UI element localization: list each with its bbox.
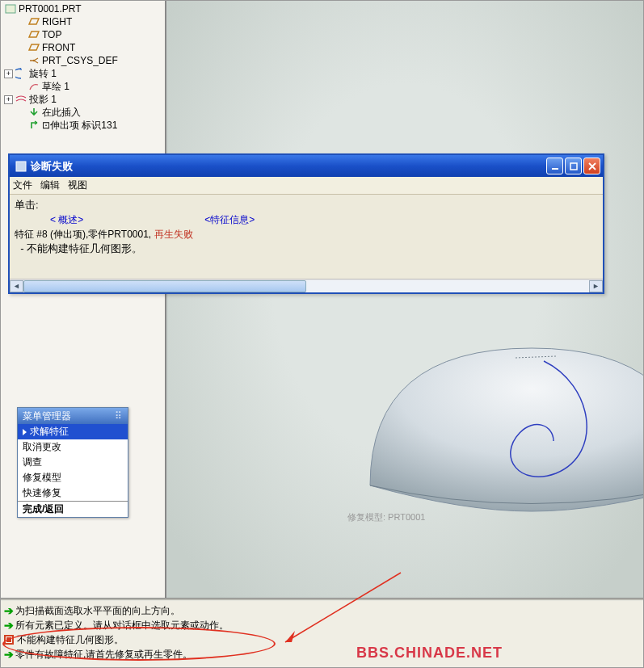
- message-text: 零件有故障特征,请首先修复或再生零件。: [15, 648, 192, 662]
- insert-arrow-icon: [27, 107, 40, 118]
- tree-item-label: 投影 1: [29, 93, 57, 107]
- mm-item-label: 完成/返回: [23, 502, 64, 516]
- svg-rect-0: [6, 5, 15, 13]
- message-text: 为扫描截面选取水平平面的向上方向。: [15, 604, 180, 618]
- info-arrow-icon: ➔: [4, 648, 14, 661]
- tree-item-revolve[interactable]: + 旋转 1: [2, 67, 165, 80]
- 3d-viewport[interactable]: 修复模型: PRT0001: [168, 1, 643, 598]
- dialog-menu-bar: 文件 编辑 视图: [10, 177, 603, 195]
- message-row: ➔所有元素已定义。请从对话框中选取元素或动作。: [4, 618, 640, 632]
- plane-icon: [27, 16, 40, 27]
- menu-view[interactable]: 视图: [68, 179, 87, 192]
- tree-item-label: PRT_CSYS_DEF: [42, 55, 118, 66]
- overview-link[interactable]: < 概述>: [50, 212, 83, 227]
- project-icon: [15, 94, 27, 105]
- scroll-track[interactable]: [23, 280, 589, 292]
- menu-file[interactable]: 文件: [13, 179, 32, 192]
- plane-icon: [27, 29, 40, 40]
- mm-item-fixmodel[interactable]: 修复模型: [18, 470, 128, 485]
- model-label: 修复模型: PRT0001: [347, 511, 425, 523]
- tree-item-label: FRONT: [42, 42, 75, 53]
- svg-rect-4: [570, 163, 577, 170]
- tree-item-insert-here[interactable]: 在此插入: [2, 106, 165, 119]
- mm-item-label: 取消更改: [23, 440, 61, 454]
- message-text: 不能构建特征几何图形。: [17, 633, 124, 647]
- tree-item-label: 在此插入: [42, 106, 81, 120]
- dialog-body: 单击: < 概述> <特征信息> 特征 #8 (伸出项),零件PRT0001, …: [10, 195, 603, 279]
- menu-edit[interactable]: 编辑: [40, 179, 60, 192]
- dialog-title: 诊断失败: [31, 159, 546, 174]
- menu-manager-title-text: 菜单管理器: [23, 410, 71, 423]
- mm-item-quickfix[interactable]: 快速修复: [18, 485, 128, 501]
- watermark: BBS.CHINADE.NET: [356, 645, 503, 662]
- dialog-hscrollbar[interactable]: ◄ ►: [10, 279, 603, 292]
- message-panel: ➔为扫描截面选取水平平面的向上方向。 ➔所有元素已定义。请从对话框中选取元素或动…: [1, 601, 643, 667]
- error-icon: [4, 635, 14, 645]
- scroll-right-button[interactable]: ►: [589, 280, 603, 292]
- mm-item-solve[interactable]: 求解特征: [18, 424, 128, 439]
- svg-rect-3: [552, 168, 558, 170]
- tree-item-protrusion[interactable]: ⊡伸出项 标识131: [2, 119, 165, 132]
- menu-manager-title[interactable]: 菜单管理器 ⠿: [18, 408, 128, 424]
- message-row: ➔为扫描截面选取水平平面的向上方向。: [4, 603, 640, 618]
- mm-item-undo[interactable]: 取消更改: [18, 439, 128, 455]
- scroll-left-button[interactable]: ◄: [10, 280, 23, 292]
- plane-icon: [27, 42, 40, 53]
- message-row: ➔零件有故障特征,请首先修复或再生零件。: [4, 647, 640, 662]
- info-arrow-icon: ➔: [4, 604, 14, 617]
- svg-point-1: [33, 60, 35, 61]
- error-detail: - 不能构建特征几何图形。: [15, 242, 598, 256]
- tree-item-project[interactable]: + 投影 1: [2, 93, 165, 106]
- message-text: 所有元素已定义。请从对话框中选取元素或动作。: [15, 619, 229, 632]
- tree-item-front[interactable]: FRONT: [2, 41, 165, 54]
- model-tree: PRT0001.PRT RIGHT TOP FRONT PRT_CSYS_DEF…: [1, 1, 165, 132]
- click-label: 单击:: [15, 198, 598, 212]
- error-line: 特征 #8 (伸出项),零件PRT0001, 再生失败: [15, 227, 598, 242]
- error-regen-text: 再生失败: [154, 229, 193, 240]
- revolve-icon: [15, 68, 27, 79]
- info-arrow-icon: ➔: [4, 619, 14, 632]
- sketch-icon: [27, 81, 40, 92]
- tree-item-label: 草绘 1: [42, 80, 69, 94]
- tree-item-sketch[interactable]: 草绘 1: [2, 80, 165, 93]
- tree-item-label: ⊡伸出项 标识131: [42, 119, 117, 132]
- expand-icon[interactable]: +: [4, 69, 13, 78]
- svg-rect-2: [16, 162, 26, 171]
- expand-icon[interactable]: +: [4, 95, 13, 104]
- tree-item-top[interactable]: TOP: [2, 28, 165, 41]
- scroll-thumb[interactable]: [23, 280, 306, 292]
- dialog-icon: [15, 160, 27, 173]
- csys-icon: [27, 55, 40, 66]
- tree-item-label: 旋转 1: [29, 67, 57, 81]
- tree-item-label: RIGHT: [42, 16, 72, 27]
- mm-item-done[interactable]: 完成/返回: [18, 502, 128, 517]
- part-icon: [4, 3, 17, 15]
- tree-item-csys[interactable]: PRT_CSYS_DEF: [2, 54, 165, 67]
- message-row: 不能构建特征几何图形。: [4, 632, 640, 647]
- diagnosis-dialog: 诊断失败 文件 编辑 视图 单击: < 概述> <特征信息> 特征 #8 (伸出…: [8, 153, 604, 294]
- close-button[interactable]: [583, 158, 600, 174]
- menu-manager: 菜单管理器 ⠿ 求解特征 取消更改 调查 修复模型 快速修复 完成/返回: [17, 407, 128, 518]
- mm-item-label: 修复模型: [23, 471, 61, 485]
- mm-item-label: 快速修复: [23, 486, 61, 500]
- mm-item-label: 求解特征: [30, 425, 69, 439]
- maximize-button[interactable]: [565, 158, 582, 174]
- minimize-button[interactable]: [546, 158, 563, 174]
- tree-root-label: PRT0001.PRT: [19, 3, 82, 15]
- mm-item-label: 调查: [23, 456, 42, 469]
- protrude-icon: [27, 120, 40, 131]
- 3d-model: [358, 324, 644, 518]
- grip-icon: ⠿: [115, 410, 123, 422]
- menu-arrow-icon: [23, 429, 27, 435]
- feature-info-link[interactable]: <特征信息>: [204, 212, 255, 227]
- tree-item-right[interactable]: RIGHT: [2, 15, 165, 28]
- mm-item-investigate[interactable]: 调查: [18, 455, 128, 470]
- tree-item-label: TOP: [42, 29, 61, 40]
- error-feature-text: 特征 #8 (伸出项),零件PRT0001,: [15, 229, 154, 240]
- tree-root[interactable]: PRT0001.PRT: [2, 2, 165, 15]
- dialog-titlebar[interactable]: 诊断失败: [10, 155, 603, 177]
